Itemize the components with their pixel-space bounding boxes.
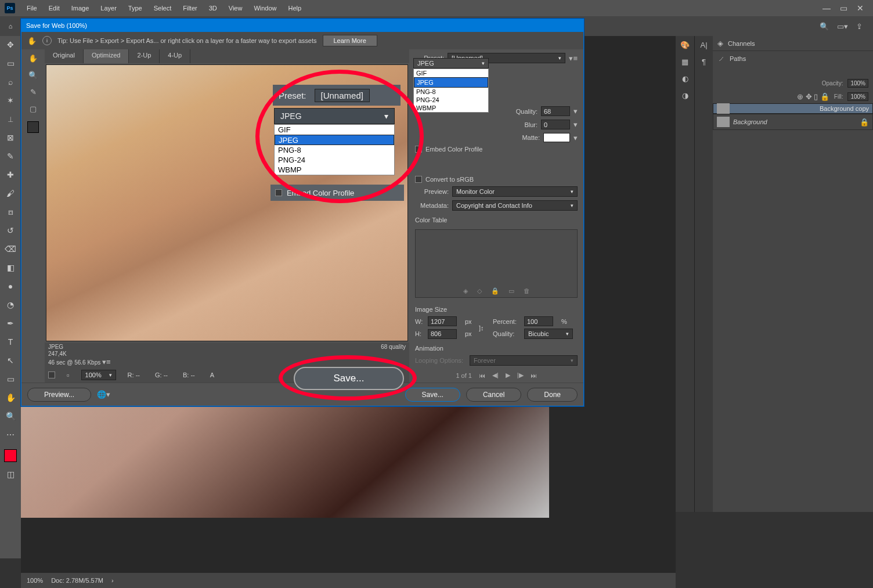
status-zoom[interactable]: 100% — [27, 577, 43, 584]
done-button[interactable]: Done — [527, 388, 578, 402]
hand-icon[interactable]: ✋ — [27, 37, 37, 45]
embed-checkbox[interactable] — [415, 146, 422, 153]
brush-tool-icon[interactable]: 🖌 — [4, 187, 17, 200]
play-icon[interactable]: ▶ — [506, 371, 510, 379]
menu-file[interactable]: File — [22, 2, 42, 14]
workspace-icon[interactable]: ▭▾ — [837, 22, 848, 31]
ct-lock-icon[interactable]: 🔒 — [491, 287, 499, 295]
status-arrow-icon[interactable]: › — [111, 577, 114, 584]
preview-select[interactable]: Monitor Color — [452, 186, 578, 197]
learn-more-button[interactable]: Learn More — [323, 35, 377, 46]
color-panel-icon[interactable]: 🎨 — [680, 41, 690, 49]
history-brush-icon[interactable]: ↺ — [4, 224, 17, 237]
frame-tool-icon[interactable]: ⊠ — [4, 131, 17, 144]
browser-icon[interactable]: 🌐▾ — [97, 390, 110, 399]
preview-button[interactable]: Preview... — [27, 388, 91, 402]
metadata-select[interactable]: Copyright and Contact Info — [452, 200, 578, 211]
overlay-option-wbmp[interactable]: WBMP — [275, 165, 394, 175]
menu-type[interactable]: Type — [124, 2, 147, 14]
arrow-down-icon[interactable]: ▾ — [573, 107, 578, 116]
dodge-tool-icon[interactable]: ◔ — [4, 298, 17, 311]
format-option-wbmp[interactable]: WBMP — [414, 104, 488, 112]
overlay-option-gif[interactable]: GIF — [275, 125, 394, 135]
sfw-slice-icon[interactable]: ▢ — [30, 104, 37, 113]
ct-icon[interactable]: ◈ — [463, 287, 468, 295]
format-select[interactable]: JPEG — [413, 58, 489, 68]
paths-tab[interactable]: Paths — [730, 55, 746, 62]
ct-icon[interactable]: ◇ — [477, 287, 482, 295]
rectangle-tool-icon[interactable]: ▭ — [4, 373, 17, 385]
menu-image[interactable]: Image — [67, 2, 94, 14]
crop-tool-icon[interactable]: ⟂ — [4, 113, 17, 125]
more-icon[interactable]: ⋯ — [4, 428, 17, 441]
last-frame-icon[interactable]: ⏭ — [531, 372, 537, 379]
layer-row-bg[interactable]: Background 🔒 — [713, 114, 873, 130]
link-icon[interactable]: ]↕ — [479, 324, 490, 331]
prev-frame-icon[interactable]: ◀| — [492, 371, 499, 379]
path-tool-icon[interactable]: ↖ — [4, 354, 17, 367]
styles-panel-icon[interactable]: ◑ — [682, 91, 688, 100]
slice-toggle-icon[interactable]: ▫ — [67, 371, 70, 380]
ct-icon[interactable]: ▭ — [508, 287, 514, 295]
minimize-icon[interactable]: — — [823, 3, 831, 13]
resample-select[interactable]: Bicubic — [524, 329, 573, 339]
wand-tool-icon[interactable]: ✶ — [4, 94, 17, 107]
share-icon[interactable]: ⇪ — [856, 22, 863, 31]
swatches-panel-icon[interactable]: ▦ — [681, 57, 688, 66]
channels-tab[interactable]: Channels — [728, 40, 755, 47]
sfw-color-swatch[interactable] — [27, 121, 39, 133]
blur-tool-icon[interactable]: ● — [4, 280, 17, 293]
preset-menu-icon[interactable]: ▾≡ — [569, 54, 578, 63]
healing-tool-icon[interactable]: ✚ — [4, 168, 17, 181]
opacity-value[interactable]: 100% — [847, 79, 868, 88]
format-option-jpeg[interactable]: JPEG — [414, 77, 488, 88]
type-tool-icon[interactable]: T — [4, 336, 17, 348]
search-icon[interactable]: 🔍 — [820, 22, 829, 31]
tab-original[interactable]: Original — [45, 49, 84, 63]
zoom-tool-icon[interactable]: 🔍 — [4, 410, 17, 423]
character-panel-icon[interactable]: ¶ — [702, 57, 706, 66]
menu-icon[interactable]: ▾≡ — [102, 358, 111, 366]
zoom-select[interactable]: 100% — [81, 370, 116, 380]
matte-swatch[interactable] — [543, 133, 570, 142]
eraser-tool-icon[interactable]: ⌫ — [4, 243, 17, 255]
close-icon[interactable]: ✕ — [857, 3, 864, 13]
menu-select[interactable]: Select — [149, 2, 176, 14]
lock-icons[interactable]: ⊕ ✥ ▯ 🔒 — [797, 92, 829, 101]
gradient-tool-icon[interactable]: ◧ — [4, 261, 17, 274]
overlay-option-png24[interactable]: PNG-24 — [275, 155, 394, 165]
overlay-save-button[interactable]: Save... — [294, 367, 404, 390]
marquee-tool-icon[interactable]: ▭ — [4, 57, 17, 70]
tab-4up[interactable]: 4-Up — [160, 49, 190, 63]
format-option-gif[interactable]: GIF — [414, 69, 488, 77]
blur-input[interactable] — [541, 120, 570, 129]
menu-3d[interactable]: 3D — [204, 2, 222, 14]
height-input[interactable] — [428, 329, 457, 339]
lasso-tool-icon[interactable]: ⌕ — [4, 75, 17, 88]
hand-tool-icon[interactable]: ✋ — [4, 391, 17, 404]
format-option-png24[interactable]: PNG-24 — [414, 96, 488, 104]
menu-filter[interactable]: Filter — [178, 2, 201, 14]
checkbox[interactable] — [48, 371, 55, 378]
move-tool-icon[interactable]: ✥ — [4, 38, 17, 51]
sfw-eyedrop-icon[interactable]: ✎ — [30, 88, 37, 96]
width-input[interactable] — [428, 316, 457, 326]
menu-layer[interactable]: Layer — [96, 2, 121, 14]
tab-optimized[interactable]: Optimized — [84, 49, 129, 63]
quickmask-icon[interactable]: ◫ — [4, 468, 17, 481]
layer-row-bgcopy[interactable]: Background copy — [713, 103, 873, 114]
stamp-tool-icon[interactable]: ⧈ — [4, 205, 17, 218]
menu-help[interactable]: Help — [284, 2, 306, 14]
overlay-embed-checkbox[interactable] — [275, 189, 282, 196]
overlay-option-png8[interactable]: PNG-8 — [275, 145, 394, 155]
paragraph-panel-icon[interactable]: A| — [700, 41, 707, 49]
next-frame-icon[interactable]: |▶ — [517, 371, 524, 379]
srgb-checkbox[interactable] — [415, 176, 422, 183]
fill-value[interactable]: 100% — [847, 92, 868, 101]
sfw-zoom-icon[interactable]: 🔍 — [28, 71, 38, 80]
ct-trash-icon[interactable]: 🗑 — [524, 287, 530, 295]
first-frame-icon[interactable]: ⏮ — [479, 372, 485, 379]
home-icon[interactable]: ⌂ — [3, 19, 17, 33]
menu-view[interactable]: View — [224, 2, 247, 14]
overlay-format-select[interactable]: JPEG▾ — [274, 108, 395, 124]
